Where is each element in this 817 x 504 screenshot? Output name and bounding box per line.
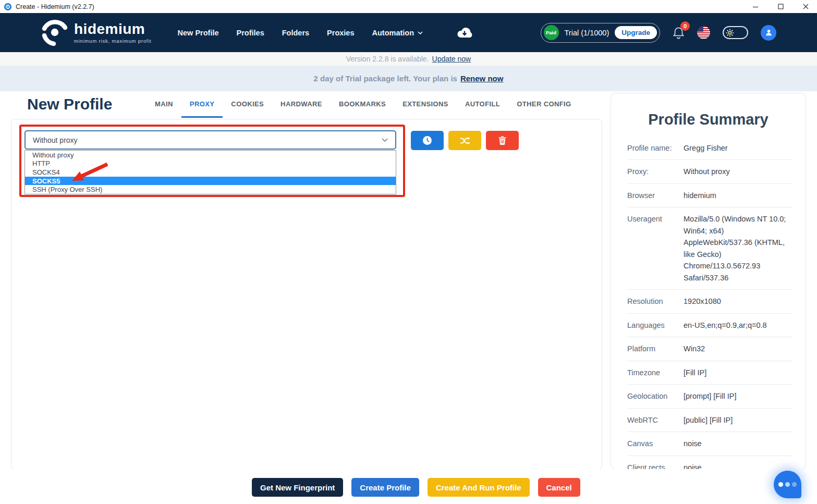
create-profile-button[interactable]: Create Profile (351, 478, 419, 497)
summary-row-languages: Languages en-US,en;q=0.9,ar;q=0.8 (627, 314, 792, 337)
proxy-options-dropdown: Without proxy HTTP SOCKS4 SOCKS5 SSH (Pr… (25, 150, 396, 194)
chat-widget-button[interactable] (774, 471, 801, 498)
trash-icon (498, 136, 506, 145)
notifications-button[interactable]: 0 (673, 26, 685, 40)
maximize-button[interactable] (773, 0, 788, 13)
app-icon (4, 3, 11, 10)
update-now-link[interactable]: Update now (432, 55, 471, 63)
nav-item-new-profile[interactable]: New Profile (178, 29, 219, 37)
version-banner: Version 2.2.8 is available. Update now (0, 52, 817, 66)
brand-logo[interactable]: hidemium minimum risk, maximum profit (41, 18, 152, 48)
tab-extensions[interactable]: EXTENSIONS (394, 97, 457, 118)
tab-autofill[interactable]: AUTOFILL (457, 97, 508, 118)
nav-item-proxies[interactable]: Proxies (327, 29, 354, 37)
paid-badge: Paid (544, 25, 559, 40)
brand-name: hidemium (74, 22, 152, 36)
tab-cookies[interactable]: COOKIES (223, 97, 272, 118)
profile-summary-panel: Profile Summary Profile name: Gregg Fish… (611, 93, 806, 470)
trial-banner-text: 2 day of Trial package left. Your plan i… (314, 74, 457, 83)
summary-table: Profile name: Gregg Fisher Proxy: Withou… (627, 137, 792, 470)
cloud-sync-icon[interactable] (456, 27, 473, 39)
renew-now-link[interactable]: Renew now (460, 74, 504, 83)
summary-row-platform: Platform Win32 (627, 337, 792, 361)
summary-row-canvas: Canvas noise (627, 432, 792, 456)
theme-toggle[interactable] (723, 26, 748, 39)
delete-button[interactable] (486, 131, 519, 150)
proxy-type-select[interactable]: Without proxy (25, 130, 396, 150)
profile-tabs: MAIN PROXY COOKIES HARDWARE BOOKMARKS EX… (147, 97, 580, 118)
summary-row-browser: Browser hidemium (627, 184, 792, 207)
page-title: New Profile (27, 95, 112, 113)
person-icon (765, 29, 773, 36)
trial-label: Trial (1/1000) (565, 29, 609, 37)
tab-other-config[interactable]: OTHER CONFIG (508, 97, 579, 118)
option-http[interactable]: HTTP (25, 159, 396, 168)
hidemium-eye-icon (41, 18, 69, 48)
chat-dot (785, 482, 790, 487)
cancel-button[interactable]: Cancel (538, 478, 580, 497)
nav-links: New Profile Profiles Folders Proxies Aut… (178, 27, 473, 39)
trial-banner: 2 day of Trial package left. Your plan i… (0, 66, 817, 91)
get-new-fingerprint-button[interactable]: Get New Fingerprint (252, 478, 343, 497)
tab-hardware[interactable]: HARDWARE (272, 97, 331, 118)
minimize-button[interactable] (748, 0, 763, 13)
chat-dot (778, 482, 783, 487)
summary-row-webrtc: WebRTC [public] [Fill IP] (627, 409, 792, 432)
chevron-down-icon (382, 138, 388, 142)
tab-main[interactable]: MAIN (147, 97, 181, 118)
notification-count-badge: 0 (680, 21, 690, 31)
option-without-proxy[interactable]: Without proxy (25, 151, 396, 159)
nav-item-folders[interactable]: Folders (282, 29, 309, 37)
upgrade-button[interactable]: Upgrade (615, 26, 657, 39)
option-socks4[interactable]: SOCKS4 (25, 168, 396, 177)
tab-bookmarks[interactable]: BOOKMARKS (331, 97, 394, 118)
summary-row-client-rects: Client rects noise (627, 456, 792, 470)
summary-row-timezone: Timezone [Fill IP] (627, 361, 792, 385)
user-avatar[interactable] (761, 25, 776, 41)
option-ssh[interactable]: SSH (Proxy Over SSH) (25, 185, 396, 194)
tab-proxy[interactable]: PROXY (181, 97, 223, 118)
shuffle-icon (460, 137, 470, 144)
summary-row-resolution: Resolution 1920x1080 (627, 290, 792, 313)
summary-row-proxy: Proxy: Without proxy (627, 160, 792, 183)
language-flag-us[interactable] (697, 26, 710, 39)
footer-bar: Get New Fingerprint Create Profile Creat… (0, 469, 817, 504)
history-button[interactable] (411, 131, 444, 150)
main-navbar: hidemium minimum risk, maximum profit Ne… (0, 13, 817, 52)
chevron-down-icon (418, 31, 423, 34)
summary-row-geolocation: Geolocation [prompt] [Fill IP] (627, 385, 792, 408)
summary-title: Profile Summary (611, 111, 806, 128)
chat-dot (792, 482, 797, 487)
nav-item-profiles[interactable]: Profiles (237, 29, 264, 37)
window-titlebar: Create - Hidemium (v2.2.7) (0, 0, 817, 13)
clock-icon (422, 136, 432, 145)
brand-tagline: minimum risk, maximum profit (74, 38, 152, 44)
nav-item-automation[interactable]: Automation (372, 29, 423, 37)
window-title: Create - Hidemium (v2.2.7) (16, 3, 94, 10)
summary-row-profile-name: Profile name: Gregg Fisher (627, 137, 792, 160)
close-button[interactable] (798, 0, 813, 13)
option-socks5[interactable]: SOCKS5 (25, 177, 396, 186)
summary-row-useragent: Useragent Mozilla/5.0 (Windows NT 10.0; … (627, 207, 792, 290)
proxy-select-value: Without proxy (33, 136, 78, 144)
create-and-run-profile-button[interactable]: Create And Run Profile (428, 478, 530, 497)
gear-icon (726, 29, 734, 37)
randomize-button[interactable] (448, 131, 481, 150)
trial-status-pill: Paid Trial (1/1000) Upgrade (541, 23, 660, 43)
version-banner-text: Version 2.2.8 is available. (346, 55, 429, 63)
